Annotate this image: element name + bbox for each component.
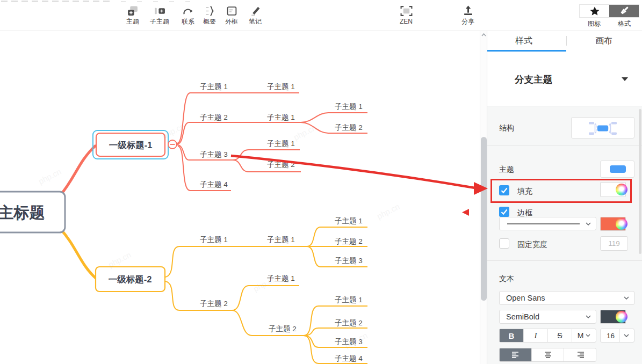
toolbar-label: 笔记 [240,18,270,25]
align-center-icon [544,351,552,359]
canvas-vertical-scrollbar[interactable] [480,31,487,364]
clipped-top-text [121,1,196,2]
notes-icon [250,5,261,17]
topic-labels: 子主题 1 子主题 1 子主题 2 子主题 1 子主题 1 子主题 2 子主题 … [200,83,363,362]
strikethrough-button[interactable]: S [548,329,572,342]
check-icon [499,207,509,217]
topic-label[interactable]: 子主题 1 [267,113,295,121]
add-topic-icon [127,5,139,17]
panel-scrollbar-thumb[interactable] [639,109,641,254]
border-line-style-dropdown[interactable] [499,217,596,230]
topic-label[interactable]: 子主题 4 [200,180,228,188]
format-tab-button[interactable] [609,5,639,17]
topic-label[interactable]: 子主题 2 [200,300,228,308]
line-style-sample [507,223,580,225]
topic-label[interactable]: 子主题 1 [335,217,363,225]
font-weight-dropdown[interactable]: SemiBold [499,310,596,324]
toolbar-label: 主题 [118,18,148,25]
toolbar-button-zen[interactable]: ZEN [391,5,421,25]
bold-button[interactable]: B [500,329,524,342]
selection-section: 分支主题 [487,52,642,106]
border-checkbox[interactable] [499,207,509,217]
align-left-icon [511,351,520,359]
paint-brush-icon [618,5,630,17]
topic-label[interactable]: 子主题 2 [335,123,363,132]
tab-canvas[interactable]: 画布 [595,35,612,47]
font-family-dropdown[interactable]: Open Sans [499,291,634,305]
topic-label[interactable]: 子主题 1 [267,83,295,91]
color-wheel-icon[interactable] [616,184,627,195]
font-family-value: Open Sans [506,294,545,302]
branch2-label[interactable]: 一级标题-2 [109,274,152,284]
topic-label[interactable]: 子主题 3 [335,257,363,265]
scrollbar-thumb[interactable] [481,137,487,301]
topic-label[interactable]: 子主题 2 [335,237,363,245]
topic-label[interactable]: 子主题 2 [269,325,297,333]
align-left-button[interactable] [500,348,532,361]
fixed-width-input[interactable]: 119 [600,236,628,251]
topic-label[interactable]: 子主题 4 [335,354,363,362]
selection-type-label[interactable]: 分支主题 [515,73,552,86]
divider [619,329,620,342]
border-color-picker[interactable] [600,217,628,232]
branch1-label[interactable]: 一级标题-1 [109,140,153,150]
color-wheel-icon[interactable] [616,218,627,230]
topic-label[interactable]: 子主题 2 [335,319,363,327]
topic-label[interactable]: 子主题 1 [335,296,363,304]
font-style-buttons: B I S M [499,329,596,343]
relationship-icon [183,5,194,17]
fill-checkbox[interactable] [499,185,509,195]
panel-tabs: 样式 画布 [487,31,642,52]
structure-label: 结构 [499,123,514,133]
structure-map-icon [589,121,617,135]
topic-label[interactable]: 子主题 1 [200,83,228,91]
toolbar-button-share[interactable]: 分享 [453,5,483,25]
align-center-button[interactable] [532,348,564,361]
toolbar-button-notes[interactable]: 笔记 [240,5,270,25]
topic-label[interactable]: 子主题 3 [200,150,228,158]
branch-curve [60,146,95,195]
zen-mode-icon [400,5,413,17]
topic-label[interactable]: 子主题 1 [335,103,363,111]
font-size-value: 16 [607,332,615,340]
toolbar-label: ZEN [391,18,421,25]
icons-tab-button[interactable] [580,5,609,17]
tab-style[interactable]: 样式 [515,35,532,47]
fill-color-picker[interactable] [600,182,628,197]
section-divider [487,145,642,145]
branch-curve [60,229,96,279]
boundary-icon [226,5,237,17]
toolbar-button-topic[interactable]: 主题 [118,5,148,25]
star-icon [589,6,600,17]
topic-label[interactable]: 子主题 1 [200,236,228,244]
topic-style-label: 主题 [499,165,514,174]
chevron-down-icon [586,315,591,318]
topic-label[interactable]: 子主题 1 [267,140,295,148]
section-divider [487,260,642,261]
color-wheel-icon[interactable] [616,311,627,323]
icons-tab-label: 图标 [579,19,609,28]
format-tab-label: 格式 [609,19,639,28]
topic-label[interactable]: 子主题 2 [267,161,295,169]
toolbar-label: 子主题 [145,18,175,25]
root-topic-label[interactable]: 主标题 [0,204,45,221]
fixed-width-checkbox[interactable] [499,238,509,249]
summary-icon [204,5,215,17]
toolbar-label: 分享 [453,18,483,25]
align-right-button[interactable] [564,348,596,361]
chevron-down-icon [624,296,629,300]
topic-shape-button[interactable] [600,161,634,178]
italic-button[interactable]: I [524,329,548,342]
text-color-picker[interactable] [600,310,628,325]
add-subtopic-icon [154,5,165,17]
toolbar-button-subtopic[interactable]: 子主题 [145,5,175,25]
font-weight-value: SemiBold [506,312,539,321]
dropdown-caret-icon[interactable] [622,77,628,81]
chevron-down-icon [624,334,629,337]
font-size-selector[interactable]: 16 [600,329,634,343]
more-text-style-button[interactable]: M [572,329,596,342]
topic-label[interactable]: 子主题 2 [200,113,228,121]
topic-label[interactable]: 子主题 1 [267,236,295,244]
structure-picker-button[interactable] [571,117,634,139]
share-icon [463,5,474,17]
